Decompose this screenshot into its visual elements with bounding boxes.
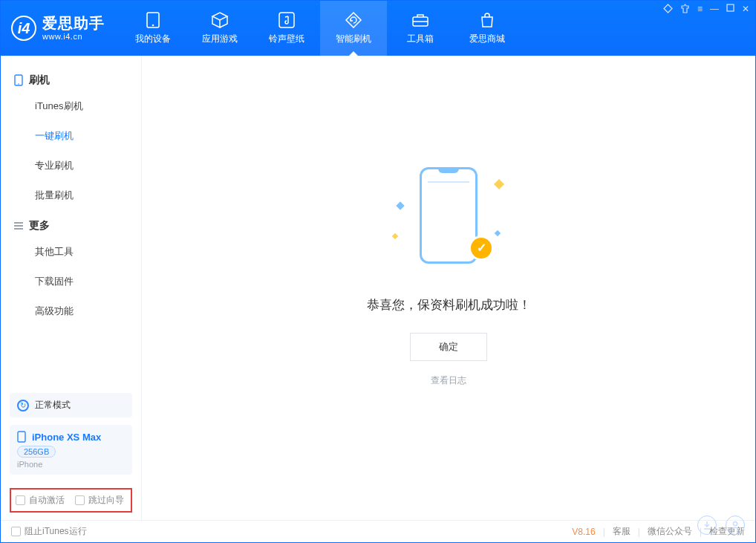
opt-auto-activate[interactable]: 自动激活 [16, 494, 65, 507]
phone-outline-icon [17, 431, 26, 443]
view-log-link[interactable]: 查看日志 [431, 375, 466, 386]
svg-point-5 [733, 521, 737, 525]
toolbox-icon [411, 12, 430, 28]
checkbox-icon[interactable] [75, 495, 85, 505]
bag-icon [478, 12, 497, 28]
nav-my-device[interactable]: 我的设备 [120, 1, 186, 56]
sidebar-item-oneclick-flash[interactable]: 一键刷机 [35, 121, 141, 151]
sidebar-item-itunes-flash[interactable]: iTunes刷机 [35, 91, 141, 121]
footer-support-link[interactable]: 客服 [613, 525, 630, 538]
nav-label: 智能刷机 [336, 33, 371, 45]
skin-icon[interactable] [680, 4, 690, 14]
music-icon [277, 12, 296, 28]
sidebar: 刷机 iTunes刷机 一键刷机 专业刷机 批量刷机 更多 其他工具 下载固件 … [1, 56, 142, 520]
sidebar-item-batch-flash[interactable]: 批量刷机 [35, 181, 141, 210]
svg-point-1 [152, 24, 154, 26]
device-type: iPhone [17, 460, 125, 469]
check-badge-icon: ✓ [469, 235, 494, 261]
success-illustration: ✓ [393, 167, 504, 279]
main-content: ✓ 恭喜您，保资料刷机成功啦！ 确定 查看日志 [142, 56, 755, 520]
sync-icon: ↻ [17, 400, 29, 412]
section-title: 更多 [29, 219, 50, 233]
nav-apps[interactable]: 应用游戏 [186, 1, 253, 56]
nav-label: 应用游戏 [202, 33, 238, 45]
phone-icon [143, 12, 163, 28]
main-nav: 我的设备 应用游戏 铃声壁纸 智能刷机 [120, 1, 521, 56]
logo-block: i4 爱思助手 www.i4.cn [1, 1, 120, 56]
app-window: i4 爱思助手 www.i4.cn 我的设备 应用游戏 [0, 0, 756, 543]
nav-label: 工具箱 [407, 33, 434, 45]
svg-rect-2 [279, 13, 294, 27]
refresh-icon [344, 12, 363, 28]
window-top-controls: ≡ — ✕ [663, 4, 749, 14]
app-url: www.i4.cn [42, 32, 105, 42]
sidebar-item-advanced[interactable]: 高级功能 [35, 296, 141, 326]
options-row: 自动激活 跳过向导 [10, 488, 132, 513]
feedback-icon[interactable] [663, 4, 673, 14]
nav-label: 铃声壁纸 [269, 33, 304, 45]
app-name: 爱思助手 [42, 15, 105, 32]
nav-ringtones[interactable]: 铃声壁纸 [253, 1, 320, 56]
device-mode-card[interactable]: ↻ 正常模式 [10, 393, 132, 417]
body: 刷机 iTunes刷机 一键刷机 专业刷机 批量刷机 更多 其他工具 下载固件 … [1, 56, 755, 520]
ok-button[interactable]: 确定 [410, 333, 487, 361]
svg-rect-8 [18, 432, 25, 442]
checkbox-icon[interactable] [16, 495, 25, 505]
footer-stop-itunes[interactable]: 阻止iTunes运行 [11, 525, 87, 538]
footer-wechat-link[interactable]: 微信公众号 [648, 525, 692, 538]
sidebar-item-other-tools[interactable]: 其他工具 [35, 237, 141, 267]
nav-toolbox[interactable]: 工具箱 [387, 1, 454, 56]
sidebar-section-more: 更多 [1, 210, 141, 237]
sidebar-item-download-firmware[interactable]: 下载固件 [35, 267, 141, 296]
sidebar-flash-list: iTunes刷机 一键刷机 专业刷机 批量刷机 [1, 91, 141, 210]
nav-label: 爱思商城 [469, 33, 505, 45]
opt-skip-guide[interactable]: 跳过向导 [75, 494, 124, 507]
titlebar: i4 爱思助手 www.i4.cn 我的设备 应用游戏 [1, 1, 755, 56]
version-label: V8.16 [572, 527, 595, 537]
maximize-icon[interactable] [726, 4, 734, 14]
sidebar-section-flash: 刷机 [1, 65, 141, 91]
device-info-card[interactable]: iPhone XS Max 256GB iPhone [10, 425, 132, 475]
close-icon[interactable]: ✕ [742, 4, 749, 14]
sidebar-device-block: ↻ 正常模式 iPhone XS Max 256GB iPhone [1, 393, 141, 485]
device-mode-label: 正常模式 [35, 399, 71, 412]
footer: 阻止iTunes运行 V8.16 | 客服 | 微信公众号 | 检查更新 [1, 520, 755, 542]
cube-icon [210, 12, 229, 28]
logo-icon: i4 [11, 16, 36, 41]
sidebar-more-list: 其他工具 下载固件 高级功能 [1, 237, 141, 326]
checkbox-icon[interactable] [11, 527, 21, 536]
success-message: 恭喜您，保资料刷机成功啦！ [367, 296, 531, 313]
minimize-icon[interactable]: — [710, 4, 719, 14]
nav-smart-flash[interactable]: 智能刷机 [320, 1, 387, 56]
success-panel: ✓ 恭喜您，保资料刷机成功啦！ 确定 查看日志 [367, 160, 531, 387]
svg-point-7 [18, 83, 19, 85]
device-small-icon [14, 74, 23, 86]
hamburger-icon [14, 222, 23, 230]
section-title: 刷机 [29, 74, 50, 87]
svg-rect-4 [727, 4, 734, 11]
sidebar-item-pro-flash[interactable]: 专业刷机 [35, 151, 141, 181]
device-storage: 256GB [17, 446, 56, 458]
nav-store[interactable]: 爱思商城 [454, 1, 521, 56]
device-name: iPhone XS Max [32, 432, 101, 443]
nav-label: 我的设备 [135, 33, 171, 45]
menu-icon[interactable]: ≡ [697, 4, 703, 14]
